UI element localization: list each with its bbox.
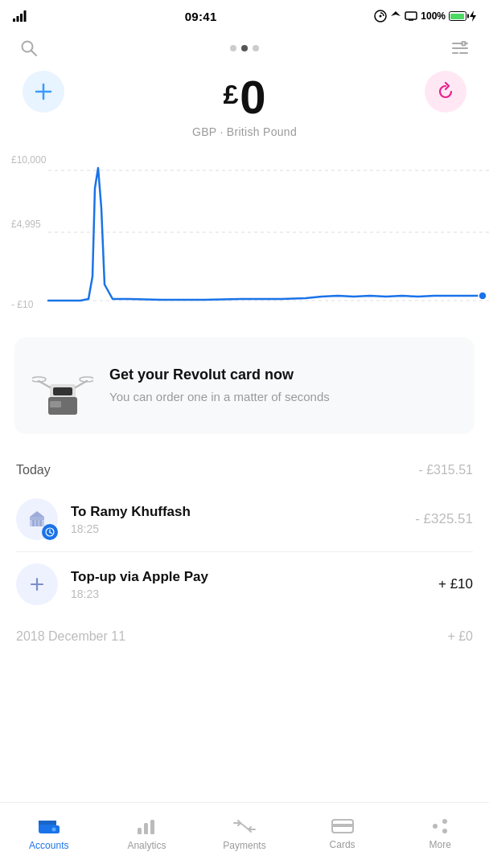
promo-illustration bbox=[32, 355, 93, 416]
today-total: - £315.51 bbox=[418, 463, 473, 477]
page-dot-3 bbox=[253, 45, 259, 51]
analytics-label: Analytics bbox=[127, 840, 166, 851]
svg-line-48 bbox=[240, 823, 249, 829]
currency-info: GBP · British Pound bbox=[192, 125, 297, 138]
signal-icon bbox=[13, 10, 27, 22]
plus-icon bbox=[33, 81, 54, 102]
time-badge bbox=[42, 524, 58, 540]
status-time: 09:41 bbox=[185, 10, 217, 23]
svg-point-52 bbox=[442, 819, 447, 824]
svg-rect-1 bbox=[17, 16, 19, 22]
transaction-time-1: 18:25 bbox=[71, 522, 402, 535]
promo-title: Get your Revolut card now bbox=[109, 366, 330, 383]
bottom-navigation: Accounts Analytics Payments bbox=[0, 802, 489, 868]
svg-rect-47 bbox=[150, 820, 154, 834]
promo-image bbox=[31, 354, 95, 418]
analytics-icon bbox=[136, 817, 157, 836]
transaction-time-2: 18:23 bbox=[71, 588, 425, 600]
svg-point-5 bbox=[380, 15, 382, 18]
svg-rect-6 bbox=[405, 12, 417, 19]
currency-separator: · bbox=[220, 125, 226, 138]
accounts-label: Accounts bbox=[29, 840, 68, 851]
search-button[interactable] bbox=[16, 35, 42, 61]
svg-rect-34 bbox=[36, 520, 39, 526]
screen-icon bbox=[405, 11, 417, 21]
svg-rect-33 bbox=[32, 520, 35, 526]
nav-analytics[interactable]: Analytics bbox=[98, 803, 196, 868]
wallet-icon bbox=[38, 817, 60, 836]
transaction-info-2: Top-up via Apple Pay 18:23 bbox=[71, 569, 425, 600]
svg-line-38 bbox=[50, 533, 52, 534]
currency-name: British Pound bbox=[227, 125, 297, 138]
status-right-group: 100% bbox=[374, 10, 476, 23]
signal-indicator bbox=[13, 10, 27, 22]
nav-more[interactable]: More bbox=[391, 803, 489, 868]
promo-card[interactable]: Get your Revolut card now You can order … bbox=[14, 338, 475, 434]
transaction-amount-2: + £10 bbox=[438, 576, 473, 592]
bar-chart-icon bbox=[136, 817, 157, 836]
transaction-item[interactable]: To Ramy Khuffash 18:25 - £325.51 bbox=[0, 487, 489, 551]
lightning-icon bbox=[470, 10, 476, 22]
transaction-name-2: Top-up via Apple Pay bbox=[71, 569, 425, 585]
transaction-icon-topup bbox=[16, 563, 58, 605]
nav-accounts[interactable]: Accounts bbox=[0, 803, 98, 868]
page-dot-2 bbox=[241, 45, 248, 51]
svg-rect-31 bbox=[30, 517, 44, 520]
nav-payments[interactable]: Payments bbox=[195, 803, 294, 868]
today-label: Today bbox=[16, 463, 51, 477]
header bbox=[0, 29, 489, 64]
cards-label: Cards bbox=[330, 839, 355, 850]
dots-icon bbox=[429, 817, 451, 835]
payments-icon bbox=[232, 817, 257, 836]
svg-point-12 bbox=[462, 42, 466, 46]
svg-point-21 bbox=[479, 292, 487, 300]
svg-rect-0 bbox=[13, 18, 15, 22]
currency-code: GBP bbox=[192, 125, 216, 138]
lock-icon bbox=[374, 10, 387, 23]
svg-rect-50 bbox=[332, 824, 353, 827]
dec-section-header: 2018 December 11 + £0 bbox=[0, 616, 489, 650]
more-label: More bbox=[429, 839, 451, 850]
balance-chart: £10,000 £4,995 - £10 bbox=[0, 148, 489, 325]
nav-cards[interactable]: Cards bbox=[294, 803, 392, 868]
svg-rect-35 bbox=[39, 520, 42, 526]
more-icon bbox=[429, 817, 451, 835]
battery-percent: 100% bbox=[421, 10, 446, 22]
transaction-item-2[interactable]: Top-up via Apple Pay 18:23 + £10 bbox=[0, 552, 489, 616]
svg-rect-23 bbox=[53, 387, 72, 395]
today-section-header: Today - £315.51 bbox=[0, 447, 489, 487]
svg-marker-32 bbox=[30, 511, 44, 517]
clock-icon bbox=[45, 527, 55, 537]
filter-button[interactable] bbox=[447, 35, 473, 61]
svg-rect-45 bbox=[138, 828, 142, 834]
svg-rect-3 bbox=[24, 10, 27, 22]
dec-total: + £0 bbox=[447, 629, 473, 644]
plus-circle-icon bbox=[27, 574, 47, 595]
page-indicators bbox=[230, 45, 259, 51]
page-dot-1 bbox=[230, 45, 236, 51]
chart-svg bbox=[0, 148, 489, 325]
sync-button[interactable] bbox=[425, 71, 466, 113]
transaction-info-1: To Ramy Khuffash 18:25 bbox=[71, 504, 402, 535]
accounts-icon bbox=[38, 817, 60, 836]
transaction-name-1: To Ramy Khuffash bbox=[71, 504, 402, 520]
balance-section: £ 0 GBP · British Pound bbox=[0, 64, 489, 141]
add-money-button[interactable] bbox=[23, 71, 64, 113]
battery-indicator bbox=[449, 11, 466, 21]
balance-display: £ 0 bbox=[223, 74, 265, 121]
svg-point-51 bbox=[433, 824, 438, 829]
promo-text-block: Get your Revolut card now You can order … bbox=[109, 366, 330, 405]
svg-rect-46 bbox=[144, 823, 148, 834]
card-icon bbox=[331, 817, 354, 835]
svg-point-53 bbox=[442, 829, 447, 833]
svg-rect-29 bbox=[50, 401, 61, 407]
balance-value: 0 bbox=[240, 74, 265, 121]
svg-point-43 bbox=[51, 828, 55, 832]
cards-icon bbox=[331, 817, 354, 835]
arrows-icon bbox=[232, 817, 257, 836]
location-icon bbox=[390, 10, 401, 22]
svg-rect-44 bbox=[39, 821, 56, 825]
transaction-amount-1: - £325.51 bbox=[415, 511, 473, 527]
currency-symbol: £ bbox=[223, 80, 238, 108]
payments-label: Payments bbox=[223, 840, 265, 851]
